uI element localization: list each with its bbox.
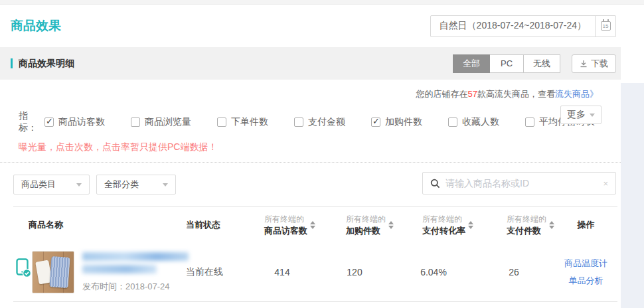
visitors-cell: 414 <box>249 267 315 277</box>
main-content: 您的店铺存在57款高流失商品，查看流失商品》 指标： 商品访客数 商品浏览量 下… <box>0 80 621 302</box>
sort-asc-icon[interactable] <box>310 221 315 224</box>
metric-item-cart[interactable]: 加购件数 <box>371 116 422 128</box>
page-title: 商品效果 <box>11 17 61 35</box>
column-header-visitors[interactable]: 所有终端的 商品访客数 <box>249 213 315 237</box>
column-header-pay-conversion[interactable]: 所有终端的 支付转化率 <box>394 213 473 237</box>
date-range-picker[interactable]: 自然日（2018-07-24~2018-07-24） 15 <box>430 15 616 37</box>
notice-count: 57 <box>468 89 477 99</box>
metric-label: 支付金额 <box>308 116 345 128</box>
metric-item-payment[interactable]: 支付金额 <box>294 116 345 128</box>
section-controls: 全部 PC 无线 下载 <box>453 54 616 73</box>
photo-detail <box>49 256 70 288</box>
metric-item-orders[interactable]: 下单件数 <box>217 116 268 128</box>
date-range-label[interactable]: 自然日（2018-07-24~2018-07-24） <box>431 16 595 37</box>
lost-products-link[interactable]: 流失商品》 <box>555 89 598 99</box>
tab-pc-label: PC <box>501 58 513 68</box>
checkbox-icon[interactable] <box>448 117 457 127</box>
metric-item-visitors[interactable]: 商品访客数 <box>44 116 105 128</box>
checkbox-icon[interactable] <box>371 117 380 127</box>
sort-asc-icon[interactable] <box>549 221 554 224</box>
sort-asc-icon[interactable] <box>468 221 473 224</box>
header-text: 所有终端的 商品访客数 <box>264 213 307 237</box>
page-header: 商品效果 自然日（2018-07-24~2018-07-24） 15 <box>0 5 644 47</box>
sort-control[interactable] <box>388 221 394 229</box>
column-header-pay-items[interactable]: 所有终端的 支付件数 <box>473 213 554 237</box>
sort-control[interactable] <box>310 221 315 229</box>
product-image[interactable] <box>32 251 74 293</box>
sort-control[interactable] <box>468 221 473 229</box>
tab-all[interactable]: 全部 <box>453 54 490 73</box>
search-box[interactable]: × <box>422 172 616 194</box>
search-input[interactable] <box>445 178 598 189</box>
product-info: 发布时间：2018-07-24 <box>82 252 189 293</box>
column-header-status: 当前状态 <box>186 219 249 231</box>
sort-asc-icon[interactable] <box>388 221 394 224</box>
product-title-redacted <box>82 252 189 273</box>
checkbox-icon[interactable] <box>44 117 54 127</box>
notice-prefix: 您的店铺存在 <box>416 89 468 99</box>
section-header: 商品效果明细 全部 PC 无线 下载 <box>0 47 621 80</box>
download-icon <box>580 60 588 68</box>
tab-wireless[interactable]: 无线 <box>523 54 560 73</box>
header-title: 商品访客数 <box>264 225 307 237</box>
column-header-cart-add[interactable]: 所有终端的 加购件数 <box>315 213 394 237</box>
actions-cell: 商品温度计 单品分析 <box>554 258 617 287</box>
search-icon <box>430 179 440 189</box>
metric-item-favorites[interactable]: 收藏人数 <box>448 116 499 128</box>
sort-control[interactable] <box>549 221 554 229</box>
actions-stack: 商品温度计 单品分析 <box>554 258 617 287</box>
metric-label: 商品浏览量 <box>145 116 191 128</box>
redacted-line <box>82 252 189 261</box>
header-title: 支付转化率 <box>422 225 465 237</box>
filter-row: 商品类目 全部分类 × <box>0 163 621 204</box>
sort-desc-icon[interactable] <box>310 226 315 229</box>
single-item-analysis-link[interactable]: 单品分析 <box>569 275 604 287</box>
category-dropdown[interactable]: 商品类目 <box>13 175 90 194</box>
checkbox-icon[interactable] <box>294 117 303 127</box>
metrics-row: 指标： 商品访客数 商品浏览量 下单件数 支付金额 加购件数 收藏人数 平均停留… <box>0 100 621 134</box>
tab-all-label: 全部 <box>463 58 480 70</box>
product-cell: 发布时间：2018-07-24 <box>13 251 186 293</box>
redacted-line <box>82 265 157 273</box>
header-superscript: 所有终端的 <box>346 213 386 225</box>
header-superscript: 所有终端的 <box>422 213 462 225</box>
sort-desc-icon[interactable] <box>468 226 473 229</box>
table-row: 发布时间：2018-07-24 当前在线 414 120 6.04% 26 商品… <box>13 243 617 302</box>
class-dropdown-label: 全部分类 <box>104 179 139 191</box>
status-cell: 当前在线 <box>186 266 249 278</box>
checkbox-icon[interactable] <box>525 117 534 127</box>
header-superscript: 所有终端的 <box>507 213 546 225</box>
top-divider <box>0 0 644 5</box>
cart-add-cell: 120 <box>315 267 394 277</box>
checkbox-icon[interactable] <box>131 117 140 127</box>
page-background-strip <box>621 83 644 308</box>
clear-icon[interactable]: × <box>603 179 608 189</box>
header-text: 所有终端的 支付转化率 <box>422 213 465 237</box>
chevron-down-icon <box>163 183 168 187</box>
sort-desc-icon[interactable] <box>549 226 554 229</box>
header-text: 所有终端的 加购件数 <box>346 213 386 237</box>
class-dropdown[interactable]: 全部分类 <box>96 175 176 194</box>
metrics-label: 指标： <box>19 110 39 134</box>
tab-pc[interactable]: PC <box>489 54 524 73</box>
device-online-icon <box>16 258 32 281</box>
header-title: 支付件数 <box>507 225 541 237</box>
metric-label: 商品访客数 <box>58 116 105 128</box>
metric-label: 收藏人数 <box>462 116 499 128</box>
checkbox-icon[interactable] <box>217 117 226 127</box>
sort-desc-icon[interactable] <box>388 226 394 229</box>
more-metrics-button[interactable]: 更多 <box>560 106 602 124</box>
product-thermometer-link[interactable]: 商品温度计 <box>564 258 607 270</box>
metric-item-pageviews[interactable]: 商品浏览量 <box>131 116 191 128</box>
download-label: 下载 <box>591 58 608 70</box>
calendar-button[interactable]: 15 <box>595 16 615 37</box>
header-superscript: 所有终端的 <box>264 213 304 225</box>
download-button[interactable]: 下载 <box>572 54 616 73</box>
publish-time: 发布时间：2018-07-24 <box>82 281 189 293</box>
section-title-wrap: 商品效果明细 <box>11 58 74 70</box>
header-title: 加购件数 <box>346 225 380 237</box>
section-title: 商品效果明细 <box>19 58 74 70</box>
metric-label: 下单件数 <box>231 116 268 128</box>
header-text: 所有终端的 支付件数 <box>507 213 546 237</box>
pay-items-cell: 26 <box>473 267 554 277</box>
